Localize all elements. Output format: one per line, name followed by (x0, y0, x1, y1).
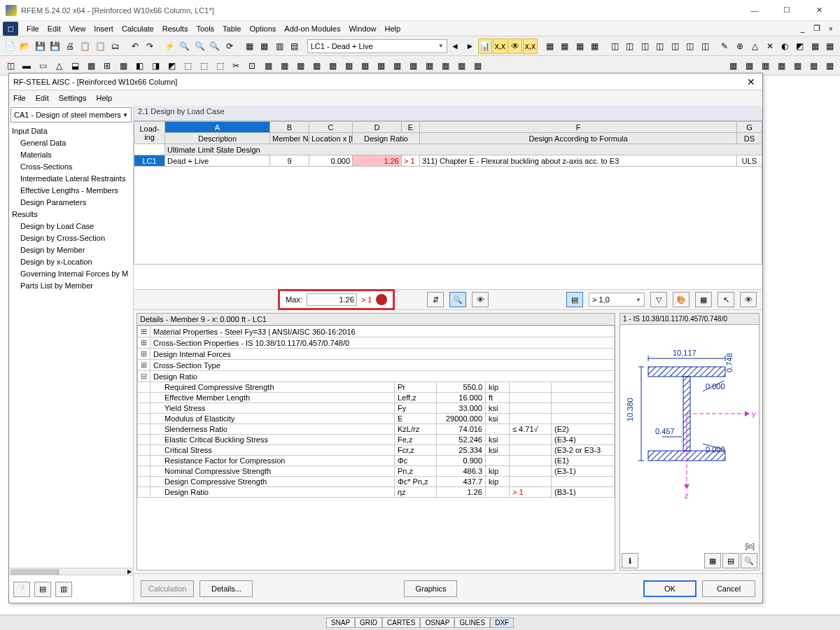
t2-r5-icon[interactable]: ▦ (790, 58, 805, 74)
tool4-icon[interactable]: ✕ (762, 38, 777, 54)
menu-options[interactable]: Options (245, 23, 280, 34)
t2-1-icon[interactable]: ◫ (3, 58, 18, 74)
menu-results[interactable]: Results (158, 23, 192, 34)
details-row[interactable]: Critical StressFcr,z25.334ksi(E3-2 or E3… (138, 445, 615, 456)
grid-col-b[interactable]: B (270, 122, 309, 133)
details-row[interactable]: Slenderness RatioKzL/rz74.016≤ 4.71√(E2) (138, 424, 615, 435)
tool7-icon[interactable]: ▦ (808, 38, 822, 54)
zoom-icon[interactable]: 🔍 (178, 38, 192, 54)
dlg-menu-edit[interactable]: Edit (36, 94, 49, 102)
mod5-icon[interactable]: ◫ (668, 38, 682, 54)
t2-r1-icon[interactable]: ▦ (725, 58, 741, 74)
t2-9-icon[interactable]: ◧ (132, 58, 147, 74)
details-button[interactable]: Details... (200, 580, 253, 597)
graphics-button[interactable]: Graphics (404, 580, 457, 597)
details-group-crosssection[interactable]: Cross-Section Properties - IS 10.38/10.1… (150, 337, 615, 349)
expand-icon[interactable]: ⊞ (138, 349, 150, 360)
table-icon[interactable]: ▦ (242, 38, 257, 54)
expand-icon[interactable]: ⊞ (138, 360, 150, 371)
t2-17-icon[interactable]: ▦ (260, 58, 276, 74)
t2-24-icon[interactable]: ▦ (373, 58, 388, 74)
refresh-icon[interactable]: ⟳ (223, 38, 237, 54)
grid-row-lc1[interactable]: LC1 Dead + Live 9 0.000 1.26 > 1 311) Ch… (134, 155, 762, 167)
calculation-button[interactable]: Calculation (141, 580, 194, 597)
project-icon[interactable]: 🗂 (108, 38, 123, 54)
menu-window[interactable]: Window (344, 23, 380, 34)
t2-12-icon[interactable]: ⬚ (180, 58, 195, 74)
cancel-button[interactable]: Cancel (702, 580, 755, 597)
t2-23-icon[interactable]: ▦ (357, 58, 372, 74)
tool5-icon[interactable]: ◐ (778, 38, 792, 54)
nav-tool2-icon[interactable]: ▥ (55, 582, 72, 597)
grid-col-f[interactable]: F (420, 122, 737, 133)
tree-materials[interactable]: Materials (9, 149, 133, 161)
filter-color-icon[interactable]: 🎨 (673, 292, 690, 307)
t2-r3-icon[interactable]: ▦ (757, 58, 773, 74)
details-row[interactable]: Required Compressive StrengthPr550.0kip (138, 382, 615, 393)
mod3-icon[interactable]: ◫ (638, 38, 652, 54)
details-row[interactable]: Yield StressFy33.000ksi (138, 403, 615, 414)
panel-icon[interactable]: ▥ (272, 38, 287, 54)
tool8-icon[interactable]: ▦ (822, 38, 837, 54)
dialog-close-icon[interactable]: ✕ (744, 76, 758, 88)
tree-general-data[interactable]: General Data (9, 137, 133, 149)
menu-edit[interactable]: Edit (43, 23, 65, 34)
tool3-icon[interactable]: △ (748, 38, 762, 54)
grid-col-a[interactable]: A (165, 122, 270, 133)
section-info-icon[interactable]: ℹ (622, 553, 638, 568)
t2-14-icon[interactable]: ⬚ (212, 58, 227, 74)
t2-r4-icon[interactable]: ▦ (774, 58, 789, 74)
maxrow-btn2-icon[interactable]: 🔍 (449, 292, 466, 307)
t2-22-icon[interactable]: ▦ (341, 58, 356, 74)
tree-design-member[interactable]: Design by Member (9, 244, 133, 256)
grid-col-g[interactable]: G (737, 122, 762, 133)
tree-results-header[interactable]: Results (9, 209, 133, 220)
t2-16-icon[interactable]: ⊡ (244, 58, 260, 74)
result-btn1-icon[interactable]: 📊 (478, 38, 493, 54)
undo-icon[interactable]: ↶ (128, 38, 143, 54)
t2-18-icon[interactable]: ▦ (276, 58, 292, 74)
t2-30-icon[interactable]: ▦ (470, 58, 485, 74)
status-osnap[interactable]: OSNAP (420, 617, 454, 628)
filter-pick-icon[interactable]: ↖ (718, 292, 734, 307)
saveall-icon[interactable]: 💾 (48, 38, 63, 54)
filter-excel-icon[interactable]: ▦ (695, 292, 712, 307)
section-tool2-icon[interactable]: ▤ (722, 553, 739, 568)
tree-design-params[interactable]: Design Parameters (9, 197, 133, 209)
save-icon[interactable]: 💾 (33, 38, 48, 54)
t2-2-icon[interactable]: ▬ (19, 58, 34, 74)
case-selector[interactable]: CA1 - Design of steel members▼ (10, 107, 132, 122)
t2-20-icon[interactable]: ▦ (309, 58, 324, 74)
t2-5-icon[interactable]: ⬓ (67, 58, 83, 74)
prev-lc-icon[interactable]: ◄ (448, 38, 463, 54)
t2-10-icon[interactable]: ◨ (148, 58, 163, 74)
nav-tool1-icon[interactable]: ▤ (34, 582, 51, 597)
filter-mode-icon[interactable]: ▤ (566, 292, 583, 307)
calc-icon[interactable]: ⚡ (162, 38, 177, 54)
details-row[interactable]: Design Compressive StrengthΦc* Pn,z437.7… (138, 477, 615, 487)
details-row[interactable]: Effective Member LengthLeff,z16.000ft (138, 393, 615, 403)
t2-3-icon[interactable]: ▭ (35, 58, 50, 74)
t2-26-icon[interactable]: ▦ (405, 58, 421, 74)
open-icon[interactable]: 📂 (18, 38, 33, 54)
status-cartes[interactable]: CARTES (382, 617, 420, 628)
tree-design-loadcase[interactable]: Design by Load Case (9, 220, 133, 232)
details-group-material[interactable]: Material Properties - Steel Fy=33 | ANSI… (150, 326, 615, 337)
t2-21-icon[interactable]: ▦ (325, 58, 340, 74)
details-group-cstype[interactable]: Cross-Section Type (150, 360, 615, 371)
details-group-ratio[interactable]: Design Ratio (150, 371, 615, 382)
table2-icon[interactable]: ▦ (258, 38, 272, 54)
minimize-button[interactable]: — (739, 1, 770, 20)
mdi-restore-icon[interactable]: ❐ (809, 22, 825, 34)
tree-parts-list[interactable]: Parts List by Member (9, 280, 133, 292)
mod7-icon[interactable]: ◫ (698, 38, 713, 54)
mdi-minimize-icon[interactable]: _ (796, 23, 808, 34)
menu-addons[interactable]: Add-on Modules (280, 23, 344, 34)
tree-scrollbar[interactable]: ▶ (9, 568, 133, 575)
paste-icon[interactable]: 📋 (93, 38, 108, 54)
tree-governing-forces[interactable]: Governing Internal Forces by M (9, 268, 133, 280)
details-row[interactable]: Elastic Critical Buckling StressFe,z52.2… (138, 435, 615, 445)
mod2-icon[interactable]: ◫ (622, 38, 637, 54)
redo-icon[interactable]: ↷ (143, 38, 158, 54)
details-row[interactable]: Nominal Compressive StrengthPn,z486.3kip… (138, 466, 615, 477)
